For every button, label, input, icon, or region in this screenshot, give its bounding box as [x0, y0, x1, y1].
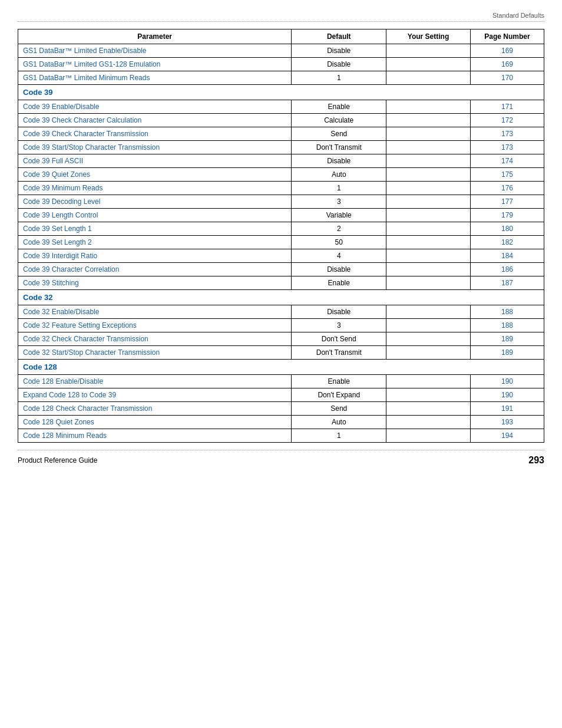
your-setting-cell [386, 402, 471, 416]
page-number-cell: 184 [470, 249, 544, 263]
table-row: GS1 DataBar™ Limited GS1-128 EmulationDi… [18, 58, 544, 71]
footer: Product Reference Guide 293 [18, 455, 544, 466]
page-number-cell: 169 [470, 44, 544, 58]
default-cell: Enable [292, 100, 386, 114]
table-row: Code 39 Character CorrelationDisable186 [18, 263, 544, 276]
page-number-cell: 171 [470, 100, 544, 114]
param-cell: Code 128 Enable/Disable [18, 375, 292, 388]
your-setting-cell [386, 236, 471, 249]
default-cell: 50 [292, 236, 386, 249]
col-header-your-setting: Your Setting [386, 29, 471, 44]
page-number-cell: 190 [470, 388, 544, 402]
your-setting-cell [386, 429, 471, 443]
your-setting-cell [386, 114, 471, 127]
default-cell: Variable [292, 209, 386, 222]
table-row: Code 39 Start/Stop Character Transmissio… [18, 141, 544, 154]
default-cell: Disable [292, 44, 386, 58]
table-row: Code 39 Decoding Level3177 [18, 195, 544, 209]
page-number-cell: 177 [470, 195, 544, 209]
footer-page-number: 293 [528, 455, 544, 466]
your-setting-cell [386, 141, 471, 154]
table-row: Code 39 Enable/DisableEnable171 [18, 100, 544, 114]
col-header-parameter: Parameter [18, 29, 292, 44]
page-number-cell: 188 [470, 305, 544, 319]
your-setting-cell [386, 100, 471, 114]
param-cell: Code 39 Full ASCII [18, 154, 292, 168]
your-setting-cell [386, 276, 471, 290]
page-number-cell: 173 [470, 127, 544, 141]
default-cell: 1 [292, 429, 386, 443]
table-row: Code 128 Quiet ZonesAuto193 [18, 416, 544, 429]
your-setting-cell [386, 209, 471, 222]
default-cell: Send [292, 127, 386, 141]
default-cell: Disable [292, 58, 386, 71]
page-number-cell: 187 [470, 276, 544, 290]
your-setting-cell [386, 168, 471, 182]
table-row: Code 39 Full ASCIIDisable174 [18, 154, 544, 168]
table-row: Code 39 Interdigit Ratio4184 [18, 249, 544, 263]
your-setting-cell [386, 249, 471, 263]
param-cell: Code 39 Minimum Reads [18, 182, 292, 195]
param-cell: Expand Code 128 to Code 39 [18, 388, 292, 402]
param-cell: Code 39 Quiet Zones [18, 168, 292, 182]
table-row: Code 32 Check Character TransmissionDon'… [18, 332, 544, 346]
default-cell: Calculate [292, 114, 386, 127]
table-row: Code 39 StitchingEnable187 [18, 276, 544, 290]
page-number-cell: 189 [470, 332, 544, 346]
default-cell: Disable [292, 263, 386, 276]
table-row: GS1 DataBar™ Limited Enable/DisableDisab… [18, 44, 544, 58]
your-setting-cell [386, 71, 471, 85]
your-setting-cell [386, 346, 471, 360]
param-cell: Code 39 Length Control [18, 209, 292, 222]
page-number-cell: 172 [470, 114, 544, 127]
table-row: Code 32 Feature Setting Exceptions3188 [18, 319, 544, 332]
table-row: Code 39 Quiet ZonesAuto175 [18, 168, 544, 182]
page-number-cell: 188 [470, 319, 544, 332]
your-setting-cell [386, 319, 471, 332]
page-number-cell: 176 [470, 182, 544, 195]
page-number-cell: 179 [470, 209, 544, 222]
param-cell: Code 39 Set Length 1 [18, 222, 292, 236]
param-cell: Code 39 Set Length 2 [18, 236, 292, 249]
table-row: Code 128 Check Character TransmissionSen… [18, 402, 544, 416]
footer-left-text: Product Reference Guide [18, 456, 97, 465]
default-cell: Don't Transmit [292, 141, 386, 154]
your-setting-cell [386, 154, 471, 168]
default-cell: 1 [292, 71, 386, 85]
param-cell: Code 39 Check Character Transmission [18, 127, 292, 141]
page-number-cell: 189 [470, 346, 544, 360]
your-setting-cell [386, 388, 471, 402]
page-number-cell: 169 [470, 58, 544, 71]
param-cell: GS1 DataBar™ Limited Enable/Disable [18, 44, 292, 58]
page-number-cell: 193 [470, 416, 544, 429]
your-setting-cell [386, 182, 471, 195]
page-number-cell: 174 [470, 154, 544, 168]
default-cell: Don't Expand [292, 388, 386, 402]
table-row: Code 39 Set Length 250182 [18, 236, 544, 249]
page-number-cell: 173 [470, 141, 544, 154]
page-number-cell: 182 [470, 236, 544, 249]
your-setting-cell [386, 44, 471, 58]
default-cell: Enable [292, 375, 386, 388]
section-header-row: Code 39 [18, 85, 544, 100]
header-title: Standard Defaults [492, 12, 544, 19]
table-row: Code 32 Enable/DisableDisable188 [18, 305, 544, 319]
your-setting-cell [386, 305, 471, 319]
param-cell: GS1 DataBar™ Limited GS1-128 Emulation [18, 58, 292, 71]
page-number-cell: 194 [470, 429, 544, 443]
default-cell: Auto [292, 168, 386, 182]
your-setting-cell [386, 195, 471, 209]
param-cell: Code 128 Quiet Zones [18, 416, 292, 429]
param-cell: Code 128 Minimum Reads [18, 429, 292, 443]
page-number-cell: 190 [470, 375, 544, 388]
param-cell: Code 32 Start/Stop Character Transmissio… [18, 346, 292, 360]
table-row: Code 32 Start/Stop Character Transmissio… [18, 346, 544, 360]
param-cell: Code 39 Decoding Level [18, 195, 292, 209]
page-number-cell: 180 [470, 222, 544, 236]
footer-divider [18, 450, 544, 450]
page-number-cell: 170 [470, 71, 544, 85]
page-header: Standard Defaults [18, 12, 544, 19]
default-cell: 3 [292, 319, 386, 332]
param-cell: Code 39 Start/Stop Character Transmissio… [18, 141, 292, 154]
param-cell: Code 128 Check Character Transmission [18, 402, 292, 416]
